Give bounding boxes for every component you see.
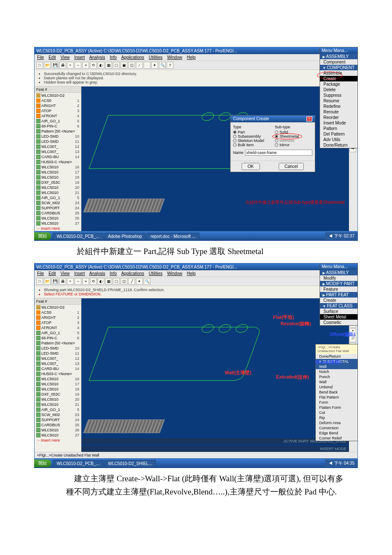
radio-part[interactable]: Part [233, 130, 271, 134]
task-item[interactable]: WLC5010-D2_SHIEL... [104, 460, 156, 467]
tree-item[interactable]: HU503-C <None> [35, 159, 81, 165]
menu-insert[interactable]: Insert [74, 271, 85, 276]
save-icon[interactable]: 💾 [52, 278, 58, 285]
zoom-out-icon[interactable]: − [75, 62, 81, 69]
tree-item[interactable]: CARD-BU14 [35, 366, 81, 371]
menu-item[interactable]: Delete [320, 87, 357, 92]
datum-axis-icon[interactable]: ∕ [136, 62, 143, 69]
tree-item[interactable]: SUPPORT24 [35, 205, 81, 211]
menu-item[interactable]: Assemble [320, 70, 357, 76]
start-button[interactable]: 開始 [34, 460, 51, 467]
menu-utilities[interactable]: Utilities [149, 55, 162, 60]
menu-applications[interactable]: Applications [121, 271, 144, 276]
model-tree[interactable]: Feat # WLC5010-D2ACS01ARIGHT2ATOP3AFRONT… [35, 298, 81, 452]
tree-item[interactable]: ATOP3 [35, 108, 81, 113]
radio-bulk[interactable]: Bulk Item [233, 143, 271, 147]
tree-item[interactable]: WLC007_12 [35, 144, 81, 149]
tree-item[interactable]: DXF_053C19 [35, 180, 81, 185]
tree-item[interactable]: WLC501021 [35, 402, 81, 407]
menu-insert[interactable]: Insert [74, 55, 85, 60]
tree-item[interactable]: Pattern (50 <None> [35, 341, 81, 346]
menu-analysis[interactable]: Analysis [89, 271, 105, 276]
tree-item[interactable]: AIR_GO_15 [35, 195, 81, 200]
open-icon[interactable]: 📂 [44, 62, 51, 69]
task-item[interactable]: report.doc - Microsoft ... [147, 233, 199, 240]
tree-item[interactable]: AFRONT4 [35, 325, 81, 330]
menu-analysis[interactable]: Analysis [89, 55, 105, 60]
menu-item[interactable]: Pattern [320, 126, 357, 131]
tree-item[interactable]: WLC5010-D2 [35, 305, 81, 310]
tree-item[interactable]: ATOP3 [35, 320, 81, 325]
menu-info[interactable]: Info [110, 55, 117, 60]
tree-item[interactable]: LED-SMD11 [35, 351, 81, 356]
tree-item[interactable]: ACS01 [35, 98, 81, 103]
radio-intersect[interactable]: Intersect [275, 139, 312, 143]
menu-item[interactable]: Insert Mode [320, 120, 357, 126]
name-input[interactable] [245, 150, 312, 156]
model-tree[interactable]: Feat # WLC5010-D2ACS01ARIGHT2ATOP3AFRONT… [35, 87, 81, 231]
shade-icon[interactable]: ◐ [98, 62, 104, 69]
tree-item[interactable]: LED-SMD10 [35, 134, 81, 139]
menu-item[interactable]: Unbend [316, 384, 357, 390]
menu-item[interactable]: Package [320, 81, 357, 87]
graphics-window[interactable]: ACTIVE PART: WLC5010-D2_SHIEL INSERT MOD… [81, 298, 349, 452]
radio-solid[interactable]: Solid [275, 130, 312, 134]
csys-icon[interactable]: ✦ [151, 62, 158, 69]
radio-skeleton[interactable]: Skeleton Model [233, 139, 271, 143]
menu-item[interactable]: Component [320, 59, 357, 65]
menu-help[interactable]: Help [187, 55, 196, 60]
tree-item[interactable]: WLC007_13 [35, 361, 81, 366]
task-item[interactable]: WLC5010-D2_PCB_... [53, 233, 104, 240]
menu-sec-sheetmetal[interactable]: SHEET METAL [316, 359, 357, 364]
menu-help[interactable]: Help [187, 271, 196, 276]
tree-item[interactable]: HU503-C <None> [35, 371, 81, 376]
tree-item[interactable]: 68-PIN-C6 [35, 335, 81, 341]
menu-item[interactable]: Wall [316, 379, 357, 384]
menu-item[interactable]: Corner Relief [316, 436, 357, 441]
zoom-out-icon[interactable]: − [75, 278, 81, 285]
nohidden-icon[interactable]: ▣ [121, 62, 127, 69]
menu-applications[interactable]: Applications [121, 55, 144, 60]
menu-item[interactable]: Bend Back [316, 390, 357, 395]
help-icon[interactable]: ? [167, 62, 173, 69]
tree-item[interactable]: CARD-BU14 [35, 154, 81, 159]
flat-wall-icon[interactable]: ▱ [349, 335, 356, 342]
tree-item[interactable]: WLC501020 [35, 185, 81, 190]
tree-item[interactable]: WLC007_13 [35, 149, 81, 154]
menu-sec-assembly[interactable]: ASSEMBLY [320, 54, 357, 59]
new-icon[interactable]: □ [36, 62, 43, 69]
tree-item[interactable]: WLC501026 [35, 428, 81, 433]
refit-icon[interactable]: ⟲ [90, 278, 97, 285]
csys-icon[interactable]: ✦ [136, 278, 143, 285]
tree-item[interactable]: AIR_GO_15 [35, 407, 81, 412]
zoom-in-icon[interactable]: + [67, 62, 74, 69]
tree-item[interactable]: SCW_M0223 [35, 200, 81, 205]
menu-item[interactable]: Modify [320, 275, 357, 281]
menu-item[interactable]: Del Pattern [320, 131, 357, 137]
tree-item[interactable]: WLC501018 [35, 387, 81, 392]
search-icon[interactable]: 🔍 [144, 278, 150, 285]
wireframe-icon[interactable]: ▦ [105, 278, 112, 285]
menu-sec[interactable]: ASSEMBLY [320, 270, 357, 275]
print-icon[interactable]: 🖶 [59, 278, 66, 285]
tree-item[interactable]: ARIGHT2 [35, 315, 81, 320]
tree-item[interactable]: LED-SMD11 [35, 139, 81, 144]
menu-item[interactable]: Notch [316, 369, 357, 374]
tree-item[interactable]: WLC501017 [35, 170, 81, 175]
menu-item[interactable]: Deform Area [316, 420, 357, 425]
tree-item[interactable]: LED-SMD10 [35, 346, 81, 351]
datum-plane-icon[interactable]: ◫ [128, 62, 135, 69]
search-icon[interactable]: 🔍 [159, 62, 166, 69]
tree-item[interactable]: ACS01 [35, 310, 81, 315]
datum-axis-icon[interactable]: ╱ [128, 278, 135, 285]
tree-item[interactable]: WLC501018 [35, 175, 81, 180]
wireframe-icon[interactable]: ▦ [105, 62, 112, 69]
menu-item[interactable]: Wall [316, 364, 357, 369]
start-button[interactable]: 開始 [34, 232, 51, 240]
shade-icon[interactable]: ◐ [98, 278, 104, 285]
hidden-icon[interactable]: ▢ [113, 278, 120, 285]
menu-file[interactable]: File [37, 55, 44, 60]
menu-sec-component[interactable]: COMPONENT [320, 65, 357, 70]
new-icon[interactable]: □ [36, 278, 43, 285]
tree-item[interactable]: WLC501027 [35, 221, 81, 226]
